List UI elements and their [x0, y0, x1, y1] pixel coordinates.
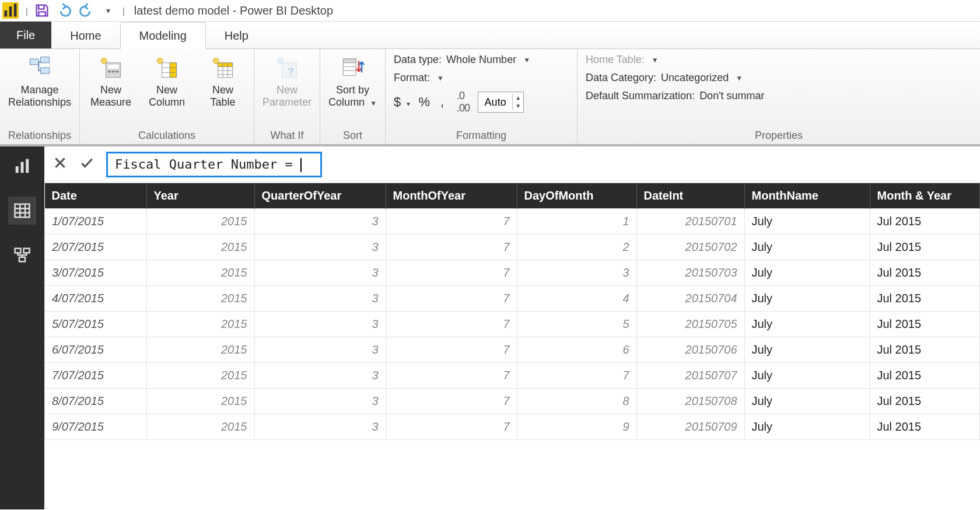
cell-date[interactable]: 6/07/2015: [45, 337, 147, 363]
cell-quarter[interactable]: 3: [254, 235, 386, 260]
step-down-icon[interactable]: ▼: [513, 102, 523, 110]
cell-monthname[interactable]: July: [744, 209, 870, 235]
cell-monthname[interactable]: July: [744, 337, 870, 363]
cell-quarter[interactable]: 3: [254, 363, 386, 389]
col-header[interactable]: Date: [45, 183, 147, 209]
cell-month[interactable]: 7: [386, 260, 517, 286]
thousands-sep-button[interactable]: ,: [440, 95, 444, 110]
cell-date[interactable]: 7/07/2015: [45, 363, 147, 389]
formula-input[interactable]: Fiscal Quarter Number =: [106, 152, 322, 177]
cell-day[interactable]: 3: [517, 260, 636, 286]
col-header[interactable]: MonthName: [744, 183, 870, 209]
cell-monthyear[interactable]: Jul 2015: [870, 209, 980, 235]
cell-month[interactable]: 7: [386, 389, 517, 414]
cell-date[interactable]: 4/07/2015: [45, 286, 147, 312]
cell-dateint[interactable]: 20150706: [636, 337, 744, 363]
table-row[interactable]: 7/07/2015201537720150707JulyJul 2015: [45, 363, 980, 389]
col-header[interactable]: Month & Year: [870, 183, 980, 209]
data-category-dropdown[interactable]: Data Category: Uncategorized ▼: [586, 72, 765, 84]
percent-button[interactable]: %: [418, 95, 430, 110]
cell-day[interactable]: 1: [517, 209, 636, 235]
decimal-places-stepper[interactable]: ▲▼: [478, 92, 524, 113]
cell-month[interactable]: 7: [386, 235, 517, 260]
cell-quarter[interactable]: 3: [254, 389, 386, 414]
cell-month[interactable]: 7: [386, 363, 517, 389]
cell-monthyear[interactable]: Jul 2015: [870, 260, 980, 286]
data-view-button[interactable]: [8, 197, 36, 225]
tab-modeling[interactable]: Modeling: [120, 22, 206, 49]
cell-year[interactable]: 2015: [146, 235, 254, 260]
col-header[interactable]: QuarterOfYear: [254, 183, 386, 209]
cell-monthname[interactable]: July: [744, 389, 870, 414]
decimal-places-value[interactable]: [478, 96, 512, 109]
table-row[interactable]: 5/07/2015201537520150705JulyJul 2015: [45, 312, 980, 337]
table-row[interactable]: 6/07/2015201537620150706JulyJul 2015: [45, 337, 980, 363]
cell-dateint[interactable]: 20150701: [636, 209, 744, 235]
col-header[interactable]: Year: [146, 183, 254, 209]
cell-year[interactable]: 2015: [146, 209, 254, 235]
table-row[interactable]: 1/07/2015201537120150701JulyJul 2015: [45, 209, 980, 235]
cell-monthyear[interactable]: Jul 2015: [870, 363, 980, 389]
tab-help[interactable]: Help: [206, 23, 267, 48]
data-grid[interactable]: Date Year QuarterOfYear MonthOfYear DayO…: [44, 183, 980, 509]
cell-dateint[interactable]: 20150708: [636, 389, 744, 414]
redo-button[interactable]: [78, 2, 94, 19]
cell-quarter[interactable]: 3: [254, 414, 386, 440]
cell-monthname[interactable]: July: [744, 286, 870, 312]
new-measure-button[interactable]: New Measure: [88, 54, 134, 108]
manage-relationships-button[interactable]: Manage Relationships: [8, 54, 71, 108]
commit-formula-button[interactable]: [79, 155, 94, 174]
cell-monthyear[interactable]: Jul 2015: [870, 235, 980, 260]
cell-day[interactable]: 8: [517, 389, 636, 414]
cell-day[interactable]: 5: [517, 312, 636, 337]
default-summarization-dropdown[interactable]: Default Summarization: Don't summar: [586, 90, 765, 102]
step-up-icon[interactable]: ▲: [513, 94, 523, 102]
col-header[interactable]: MonthOfYear: [386, 183, 517, 209]
cell-monthname[interactable]: July: [744, 260, 870, 286]
cell-day[interactable]: 7: [517, 363, 636, 389]
undo-button[interactable]: [56, 2, 72, 19]
cell-year[interactable]: 2015: [146, 414, 254, 440]
cell-year[interactable]: 2015: [146, 337, 254, 363]
cell-date[interactable]: 1/07/2015: [45, 209, 147, 235]
model-view-button[interactable]: [8, 241, 36, 269]
cell-year[interactable]: 2015: [146, 286, 254, 312]
sort-by-column-button[interactable]: Sort by Column ▼: [328, 54, 377, 108]
cell-monthyear[interactable]: Jul 2015: [870, 414, 980, 440]
cell-date[interactable]: 2/07/2015: [45, 235, 147, 260]
cell-year[interactable]: 2015: [146, 260, 254, 286]
cell-day[interactable]: 6: [517, 337, 636, 363]
table-row[interactable]: 4/07/2015201537420150704JulyJul 2015: [45, 286, 980, 312]
cell-monthyear[interactable]: Jul 2015: [870, 337, 980, 363]
cell-month[interactable]: 7: [386, 312, 517, 337]
cell-month[interactable]: 7: [386, 414, 517, 440]
cell-date[interactable]: 8/07/2015: [45, 389, 147, 414]
cell-monthname[interactable]: July: [744, 235, 870, 260]
datatype-dropdown[interactable]: Data type: Whole Number ▼: [394, 54, 530, 66]
table-row[interactable]: 8/07/2015201537820150708JulyJul 2015: [45, 389, 980, 414]
cell-year[interactable]: 2015: [146, 363, 254, 389]
cell-month[interactable]: 7: [386, 209, 517, 235]
table-row[interactable]: 9/07/2015201537920150709JulyJul 2015: [45, 414, 980, 440]
cell-year[interactable]: 2015: [146, 389, 254, 414]
currency-button[interactable]: $ ▾: [394, 95, 410, 110]
cell-monthyear[interactable]: Jul 2015: [870, 286, 980, 312]
table-row[interactable]: 2/07/2015201537220150702JulyJul 2015: [45, 235, 980, 260]
cell-quarter[interactable]: 3: [254, 312, 386, 337]
cancel-formula-button[interactable]: [52, 155, 68, 174]
cell-day[interactable]: 9: [517, 414, 636, 440]
cell-dateint[interactable]: 20150703: [636, 260, 744, 286]
cell-date[interactable]: 3/07/2015: [45, 260, 147, 286]
cell-dateint[interactable]: 20150705: [636, 312, 744, 337]
cell-day[interactable]: 2: [517, 235, 636, 260]
cell-month[interactable]: 7: [386, 337, 517, 363]
cell-quarter[interactable]: 3: [254, 286, 386, 312]
table-row[interactable]: 3/07/2015201537320150703JulyJul 2015: [45, 260, 980, 286]
cell-quarter[interactable]: 3: [254, 337, 386, 363]
cell-dateint[interactable]: 20150707: [636, 363, 744, 389]
cell-day[interactable]: 4: [517, 286, 636, 312]
new-table-button[interactable]: New Table: [200, 54, 246, 108]
report-view-button[interactable]: [8, 152, 36, 180]
cell-monthname[interactable]: July: [744, 414, 870, 440]
cell-dateint[interactable]: 20150704: [636, 286, 744, 312]
